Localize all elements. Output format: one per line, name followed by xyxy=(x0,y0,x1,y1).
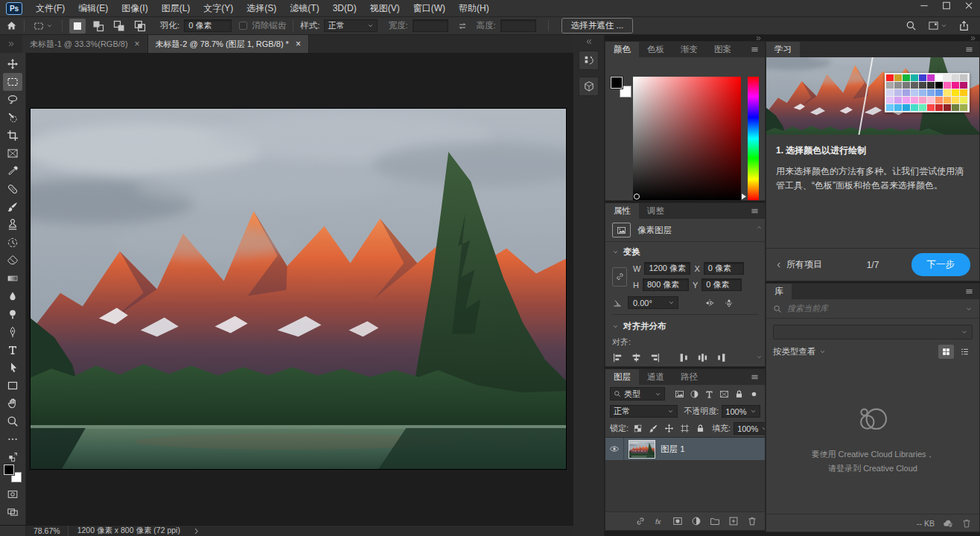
folder-icon[interactable] xyxy=(709,516,721,527)
color-swatch[interactable] xyxy=(911,74,918,81)
lock-icon[interactable] xyxy=(733,388,745,400)
tab-色板[interactable]: 色板 xyxy=(639,42,672,57)
color-swatch[interactable] xyxy=(911,82,918,89)
pen-tool[interactable] xyxy=(3,323,22,341)
grid-view-button[interactable] xyxy=(938,345,954,359)
align-left-icon[interactable] xyxy=(612,352,623,363)
link-dimensions-button[interactable] xyxy=(612,267,627,287)
opacity-select[interactable]: 100% xyxy=(722,405,760,418)
list-view-button[interactable] xyxy=(957,345,973,359)
library-search-row[interactable]: 搜索当前库 xyxy=(766,299,979,319)
delete-library-item-button[interactable] xyxy=(961,518,972,529)
color-swatch[interactable] xyxy=(944,74,951,81)
lasso-tool[interactable] xyxy=(3,91,22,109)
antialias-checkbox[interactable] xyxy=(239,22,247,30)
close-tab-icon[interactable]: × xyxy=(135,39,140,48)
color-swatch[interactable] xyxy=(960,74,967,81)
color-swatch[interactable] xyxy=(952,97,959,103)
select-and-mask-button[interactable]: 选择并遮住 ... xyxy=(561,18,633,34)
layer-name[interactable]: 图层 1 xyxy=(661,444,685,455)
blend-mode-select[interactable]: 正常 xyxy=(610,405,678,418)
transform-x-input[interactable]: 0 像素 xyxy=(704,262,744,275)
healing-brush-tool[interactable] xyxy=(3,180,22,198)
crop-tool[interactable] xyxy=(3,127,22,144)
tab-图案[interactable]: 图案 xyxy=(706,42,739,57)
half-circle-icon[interactable] xyxy=(688,388,701,400)
tab-渐变[interactable]: 渐变 xyxy=(672,42,706,57)
style-select[interactable]: 正常 xyxy=(324,19,378,32)
trash-icon[interactable] xyxy=(746,516,758,527)
color-swatch[interactable] xyxy=(944,82,951,89)
rectangle-tool[interactable] xyxy=(3,377,22,395)
eyedropper-tool[interactable] xyxy=(3,162,22,180)
height-input[interactable] xyxy=(500,19,536,32)
align-center-h-icon[interactable] xyxy=(631,352,642,363)
color-swatch[interactable] xyxy=(944,97,951,103)
app-logo[interactable]: Ps xyxy=(6,2,22,15)
library-select[interactable] xyxy=(773,325,973,339)
close-tab-icon[interactable]: × xyxy=(296,39,301,48)
color-swatch[interactable] xyxy=(927,104,935,111)
transform-y-input[interactable]: 0 像素 xyxy=(701,278,742,291)
color-swatch[interactable] xyxy=(944,89,951,96)
saturation-brightness-field[interactable] xyxy=(633,77,741,200)
transform-height-input[interactable]: 800 像素 xyxy=(643,278,689,291)
color-swatch[interactable] xyxy=(886,74,894,81)
layer-thumbnail[interactable] xyxy=(629,441,655,458)
panel-menu-icon[interactable] xyxy=(959,42,979,57)
color-swatch[interactable] xyxy=(927,89,935,96)
color-swatch[interactable] xyxy=(903,74,910,81)
panel-foreground-background-swatches[interactable] xyxy=(611,77,631,98)
all-items-button[interactable]: 所有项目 xyxy=(775,258,822,271)
panel-menu-icon[interactable] xyxy=(745,42,765,57)
color-swatch[interactable] xyxy=(919,82,926,89)
color-swatch[interactable] xyxy=(952,74,959,81)
color-swatch[interactable] xyxy=(960,89,967,96)
path-select-tool[interactable] xyxy=(3,359,22,377)
minimize-button[interactable] xyxy=(913,0,935,11)
image-icon[interactable] xyxy=(673,388,686,400)
brush-sm-icon[interactable] xyxy=(647,423,659,435)
color-swatch[interactable] xyxy=(935,104,943,111)
color-swatch[interactable] xyxy=(894,74,902,81)
color-swatch[interactable] xyxy=(927,82,935,89)
gradient-tool[interactable] xyxy=(3,269,22,287)
menu-item[interactable]: 编辑(E) xyxy=(71,0,115,16)
color-swatch[interactable] xyxy=(911,89,918,96)
foreground-color-swatch[interactable] xyxy=(611,77,623,89)
dist-center-icon[interactable] xyxy=(697,352,708,363)
tool-preset-picker[interactable] xyxy=(31,21,55,31)
color-swatch[interactable] xyxy=(911,104,918,111)
pin-icon[interactable] xyxy=(748,388,760,400)
zoom-level-field[interactable]: 78.67% xyxy=(26,526,68,535)
fx-icon[interactable]: fx xyxy=(653,516,665,527)
foreground-color-swatch[interactable] xyxy=(4,465,14,475)
color-swatch[interactable] xyxy=(919,89,926,96)
menu-item[interactable]: 3D(D) xyxy=(326,0,363,16)
color-swatch[interactable] xyxy=(952,82,959,89)
default-swap-colors-icon[interactable] xyxy=(7,451,19,462)
color-swatch[interactable] xyxy=(894,89,902,96)
flip-horizontal-icon[interactable] xyxy=(704,298,715,308)
tab-图层[interactable]: 图层 xyxy=(605,369,639,385)
zoom-tool[interactable] xyxy=(3,412,22,430)
layer-filter-select[interactable]: 类型 xyxy=(610,387,665,401)
toolbar-expand-button[interactable] xyxy=(0,35,22,53)
marquee-tool[interactable] xyxy=(3,73,22,91)
color-swatch[interactable] xyxy=(886,89,894,96)
color-swatch[interactable] xyxy=(903,82,910,89)
tab-属性[interactable]: 属性 xyxy=(605,203,639,219)
dist-right-icon[interactable] xyxy=(716,352,727,363)
tab-学习[interactable]: 学习 xyxy=(766,42,800,57)
hue-slider[interactable] xyxy=(748,77,759,200)
color-swatch[interactable] xyxy=(886,104,894,111)
add-to-selection-button[interactable] xyxy=(90,19,106,34)
tab-调整[interactable]: 调整 xyxy=(639,203,672,219)
menu-item[interactable]: 文字(Y) xyxy=(197,0,240,16)
panel-menu-icon[interactable] xyxy=(745,369,765,385)
dist-left-icon[interactable] xyxy=(678,352,690,363)
eraser-tool[interactable] xyxy=(3,252,22,269)
new-selection-button[interactable] xyxy=(69,19,86,34)
menu-item[interactable]: 视图(V) xyxy=(363,0,407,16)
brush-tool[interactable] xyxy=(3,198,22,216)
